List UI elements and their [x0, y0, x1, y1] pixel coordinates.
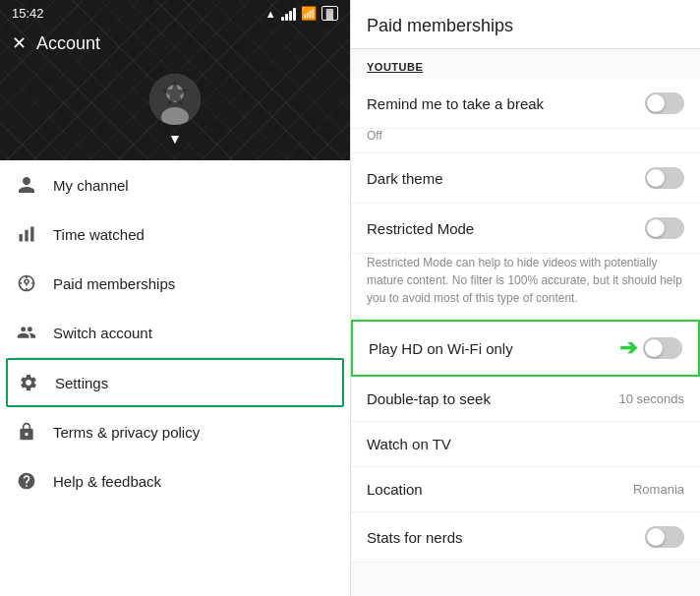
double-tap-row[interactable]: Double-tap to seek 10 seconds — [351, 377, 700, 422]
menu-list: My channel Time watched Paid memberships… — [0, 160, 350, 596]
sidebar-item-label: Time watched — [53, 226, 145, 243]
green-arrow-icon: ➔ — [619, 335, 637, 361]
right-panel-header: Paid memberships — [351, 0, 700, 49]
double-tap-value: 10 seconds — [619, 391, 685, 406]
sidebar-item-my-channel[interactable]: My channel — [0, 160, 350, 209]
youtube-section-label: YOUTUBE — [351, 49, 700, 79]
status-icons: ▲ 📶 ▓ — [265, 6, 338, 21]
svg-rect-5 — [25, 230, 28, 242]
sidebar-item-help[interactable]: Help & feedback — [0, 456, 350, 506]
watch-tv-label: Watch on TV — [367, 436, 684, 452]
play-hd-row: Play HD on Wi-Fi only ➔ — [351, 320, 700, 377]
restricted-mode-label: Restricted Mode — [367, 220, 645, 237]
sidebar-item-time-watched[interactable]: Time watched — [0, 209, 350, 259]
svg-rect-6 — [30, 227, 33, 242]
lock-icon — [16, 421, 37, 443]
person-icon — [16, 174, 37, 196]
sidebar-item-terms[interactable]: Terms & privacy policy — [0, 407, 350, 456]
gear-icon — [18, 372, 39, 393]
time-display: 15:42 — [12, 6, 44, 21]
battery-icon: ▓ — [321, 6, 338, 21]
sidebar-item-label: Switch account — [53, 325, 152, 341]
restricted-mode-description: Restricted Mode can help to hide videos … — [351, 254, 700, 320]
right-panel: Paid memberships YOUTUBE Remind me to ta… — [350, 0, 700, 596]
signal-bars-icon — [281, 7, 296, 21]
play-hd-arrow-indicator: ➔ — [619, 335, 682, 361]
account-title: Account — [36, 33, 100, 54]
location-value: Romania — [633, 482, 684, 497]
avatar[interactable] — [149, 74, 201, 125]
dollar-icon — [16, 272, 37, 294]
left-panel: 15:42 ▲ 📶 ▓ ✕ Account — [0, 0, 350, 596]
remind-break-sublabel: Off — [351, 129, 700, 153]
restricted-mode-row: Restricted Mode — [351, 204, 700, 254]
bar-chart-icon — [16, 223, 37, 245]
help-icon — [16, 470, 37, 492]
sidebar-item-label: Help & feedback — [53, 473, 161, 490]
sidebar-item-paid-memberships[interactable]: Paid memberships — [0, 259, 350, 308]
restricted-mode-toggle[interactable] — [645, 217, 684, 239]
remind-break-row: Remind me to take a break — [351, 79, 700, 129]
dark-theme-toggle[interactable] — [645, 167, 684, 189]
dropdown-arrow-icon[interactable]: ▼ — [168, 131, 182, 147]
location-icon: ▲ — [265, 8, 276, 20]
status-bar: 15:42 ▲ 📶 ▓ — [0, 0, 350, 27]
stats-nerds-label: Stats for nerds — [367, 529, 645, 546]
remind-break-toggle[interactable] — [645, 92, 684, 114]
remind-break-label: Remind me to take a break — [367, 95, 645, 112]
close-button[interactable]: ✕ — [12, 32, 27, 54]
wifi-icon: 📶 — [301, 6, 317, 21]
sidebar-item-label: Settings — [55, 375, 108, 391]
play-hd-label: Play HD on Wi-Fi only — [369, 340, 619, 357]
stats-nerds-row: Stats for nerds — [351, 512, 700, 563]
play-hd-toggle[interactable] — [643, 337, 682, 359]
profile-section[interactable]: ▼ — [0, 64, 350, 160]
svg-rect-4 — [20, 234, 23, 242]
account-header: ✕ Account — [0, 27, 350, 64]
sidebar-item-label: Paid memberships — [53, 275, 175, 292]
location-row[interactable]: Location Romania — [351, 467, 700, 512]
location-label: Location — [367, 481, 633, 498]
sidebar-item-label: My channel — [53, 177, 129, 194]
dark-theme-label: Dark theme — [367, 170, 645, 187]
watch-tv-row[interactable]: Watch on TV — [351, 422, 700, 467]
switch-account-icon — [16, 322, 37, 343]
dark-theme-row: Dark theme — [351, 153, 700, 204]
sidebar-item-settings[interactable]: Settings — [6, 358, 344, 407]
sidebar-item-label: Terms & privacy policy — [53, 424, 200, 441]
sidebar-item-switch-account[interactable]: Switch account — [0, 308, 350, 357]
stats-nerds-toggle[interactable] — [645, 526, 684, 548]
double-tap-label: Double-tap to seek — [367, 390, 619, 407]
